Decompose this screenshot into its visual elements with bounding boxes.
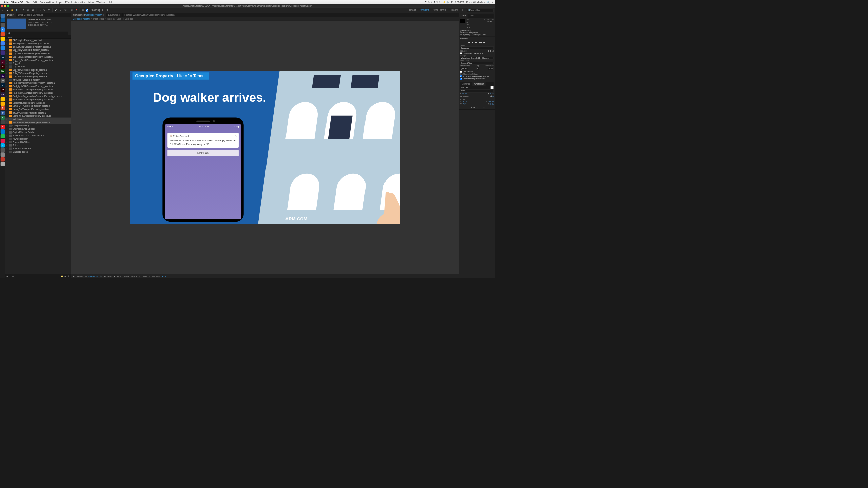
roto-tool[interactable]: ✄ — [70, 8, 73, 12]
shortcut-select[interactable]: Spacebar — [460, 46, 494, 49]
dock-app-icon[interactable]: An — [1, 88, 5, 92]
project-item[interactable]: ▪Original Source Deleted — [5, 130, 71, 134]
range-select[interactable]: Work Area Extended By Curre... — [460, 57, 494, 60]
dock-app-icon[interactable] — [1, 102, 5, 106]
project-tab[interactable]: Project — [5, 13, 16, 17]
snap-opt2-icon[interactable]: ✕ — [106, 8, 109, 12]
channel-icon[interactable]: ◉ — [104, 275, 106, 277]
project-item[interactable]: ▪IntroSlide_OccupiedProperty — [5, 78, 71, 81]
workspace-default[interactable]: Default — [408, 8, 417, 12]
dock-app-icon[interactable]: Lr — [1, 83, 5, 87]
maximize-icon[interactable] — [7, 5, 9, 7]
style-select[interactable]: Bold — [460, 89, 494, 93]
project-item[interactable]: ▪Dog_body/OccupiedProperty_assets.ai — [5, 48, 71, 52]
dock-app-icon[interactable]: Ae — [1, 74, 5, 78]
local-axis[interactable]: ⊞ — [81, 8, 85, 12]
project-item[interactable]: ▪Solids — [5, 144, 71, 147]
menubar-user[interactable]: Kevin Windmiller — [466, 1, 485, 4]
composition-viewer[interactable]: Occupied Property : Life of a Tenant Dog… — [71, 21, 459, 274]
workspace-small[interactable]: Small Screen — [432, 8, 447, 12]
zoom-tool[interactable]: 🔍 — [15, 8, 18, 12]
layer-viewer-tab[interactable]: Layer (none) — [106, 13, 123, 17]
dock-app-icon[interactable] — [1, 97, 5, 101]
home-tool[interactable]: ⌂ — [1, 8, 4, 12]
project-item[interactable]: ▪Dog_tail — [5, 62, 71, 65]
menu-layer[interactable]: Layer — [56, 1, 63, 4]
hand-tool[interactable]: ✋ — [11, 8, 14, 12]
project-item[interactable]: ▪Dog_LegFront/OccupiedProperty_assets.ai — [5, 58, 71, 62]
dock-app-icon[interactable] — [1, 152, 5, 157]
audio-tab[interactable]: Audio — [468, 14, 477, 17]
project-item[interactable]: ▪MainHouse — [5, 118, 71, 121]
preview-controls[interactable]: ⏮◀▶▶▶⏭ — [460, 41, 494, 44]
eraser-tool[interactable]: ⌫ — [63, 8, 66, 12]
include-icons[interactable]: ◉ ▶ ⊞ — [488, 49, 493, 52]
res-select[interactable]: Auto — [488, 67, 493, 70]
project-item[interactable]: ▪leftArm/OccupiedProperty_assets.ai — [5, 111, 71, 114]
project-item[interactable]: ▪Powered By Bar — [5, 137, 71, 141]
dock-app-icon[interactable] — [1, 14, 5, 18]
character-tab[interactable]: Character — [472, 82, 486, 86]
menu-effect[interactable]: Effect — [65, 1, 72, 4]
font-select[interactable]: Mark Pro — [460, 86, 490, 89]
orbit-tool[interactable]: ⟲ — [22, 8, 25, 12]
interpret-icon[interactable]: ▣ — [6, 275, 8, 277]
project-item[interactable]: ▪Original Source Deleted — [5, 127, 71, 131]
fullscreen-checkbox[interactable] — [460, 70, 462, 73]
views-dropdown[interactable]: 1 View — [141, 275, 147, 277]
dock-app-icon[interactable]: Fe — [1, 78, 5, 83]
project-item[interactable]: ▪74/OccupiedProperty_assets.ai — [5, 39, 71, 42]
dock-app-icon[interactable]: A — [1, 125, 5, 129]
puppet-tool[interactable]: 📍 — [75, 8, 78, 12]
brush-tool[interactable]: 🖌 — [54, 8, 57, 12]
selection-tool[interactable]: ▲ — [6, 8, 9, 12]
menu-view[interactable]: View — [88, 1, 94, 4]
project-item[interactable]: ▪iPad_therm72/OccupiedProperty_assets.ai — [5, 88, 71, 91]
project-item[interactable]: ▪OccupiedProperty — [5, 124, 71, 127]
project-item[interactable]: ▪Dots_86/OccupiedProperty_assets.ai — [5, 75, 71, 78]
text-tool[interactable]: T — [47, 8, 51, 12]
menubar-icon[interactable]: ≡ — [492, 1, 493, 4]
trash-icon[interactable]: 🗑 — [68, 275, 70, 277]
camera-tool[interactable]: ▣ — [31, 8, 35, 12]
dock-app-icon[interactable]: W — [1, 111, 5, 115]
project-item[interactable]: ▪Label/OccupiedProperty_assets.ai — [5, 101, 71, 104]
dock-app-icon[interactable] — [1, 134, 5, 139]
project-item[interactable]: ▪iPad_therm74_schedule/OccupiedProperty_… — [5, 95, 71, 98]
dock-app-icon[interactable] — [1, 129, 5, 134]
crumb-2[interactable]: MainHouse — [93, 18, 104, 20]
project-item[interactable]: ▪Dog_head/OccupiedProperty_assets.ai — [5, 52, 71, 55]
crumb-4[interactable]: Dog_tail — [125, 18, 133, 20]
camera-dropdown[interactable]: Active Camera — [124, 275, 137, 277]
zoom-dropdown[interactable]: ▣ (73.4%) ▾ — [73, 275, 83, 277]
project-item[interactable]: ▪iPad_therm74/OccupiedProperty_assets.ai — [5, 98, 71, 101]
footage-viewer-tab[interactable]: Footage WindowOverlay/OccupiedProperty_a… — [122, 13, 177, 17]
window-traffic-lights[interactable] — [1, 5, 9, 7]
project-item[interactable]: ▪Statistics_BarGraph — [5, 147, 71, 150]
shape-tool[interactable]: ▭ — [38, 8, 41, 12]
project-search-input[interactable] — [7, 32, 68, 35]
workspace-standard[interactable]: Standard — [419, 8, 430, 12]
project-item[interactable]: ▪Lamp_OFF/OccupiedProperty_assets.ai — [5, 104, 71, 108]
menu-file[interactable]: File — [26, 1, 30, 4]
project-item[interactable]: ▪Dog_tail/OccupiedProperty_assets.ai — [5, 68, 71, 72]
dock-app-icon[interactable]: P — [1, 106, 5, 111]
project-item[interactable]: ▪Powered By White — [5, 140, 71, 144]
app-name[interactable]: After Effects CC — [4, 1, 23, 4]
crumb-3[interactable]: Dog_tail_Loop — [107, 18, 121, 20]
spotlight-icon[interactable]: 🔍 — [487, 1, 490, 4]
resolution-dropdown[interactable]: (Full) — [107, 275, 112, 277]
project-item[interactable]: ▪PointCentral Logo_OFFICIAL.eps — [5, 134, 71, 137]
dock-app-icon[interactable] — [1, 157, 5, 162]
dock-app-icon[interactable]: S — [1, 143, 5, 148]
menu-edit[interactable]: Edit — [33, 1, 37, 4]
project-item[interactable]: ▪Lamp_ON/OccupiedProperty_assets.ai — [5, 107, 71, 111]
effect-controls-tab[interactable]: Effect Controls MainHouse — [16, 13, 45, 17]
dock-app-icon[interactable] — [1, 162, 5, 166]
dock-app-icon[interactable]: Dw — [1, 69, 5, 74]
workspace-more[interactable]: » — [461, 8, 465, 12]
exposure-value[interactable]: +0.0 — [162, 275, 166, 277]
project-item-list[interactable]: ▪74/OccupiedProperty_assets.ai▪BarGraph/… — [5, 39, 71, 274]
bpc-button[interactable]: 8 bpc — [10, 275, 15, 277]
skip-select[interactable]: 0 — [476, 67, 479, 70]
